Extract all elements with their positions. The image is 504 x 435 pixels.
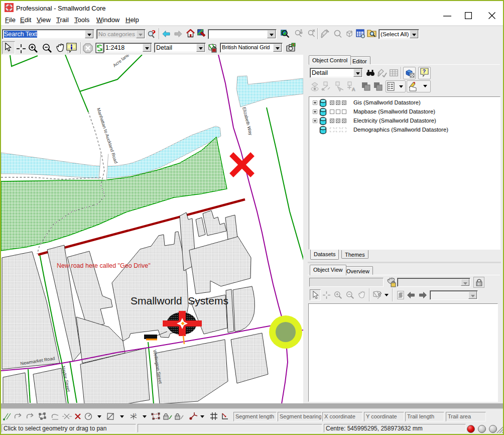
svg-text:New road here called "Geo Driv: New road here called "Geo Drive" bbox=[57, 262, 151, 269]
svg-text:z: z bbox=[135, 412, 136, 415]
svg-text:A: A bbox=[352, 87, 355, 92]
svg-text:?: ? bbox=[423, 68, 426, 74]
svg-text:E: E bbox=[478, 282, 480, 286]
svg-text:Smallworld Systems: Smallworld Systems bbox=[131, 295, 228, 306]
